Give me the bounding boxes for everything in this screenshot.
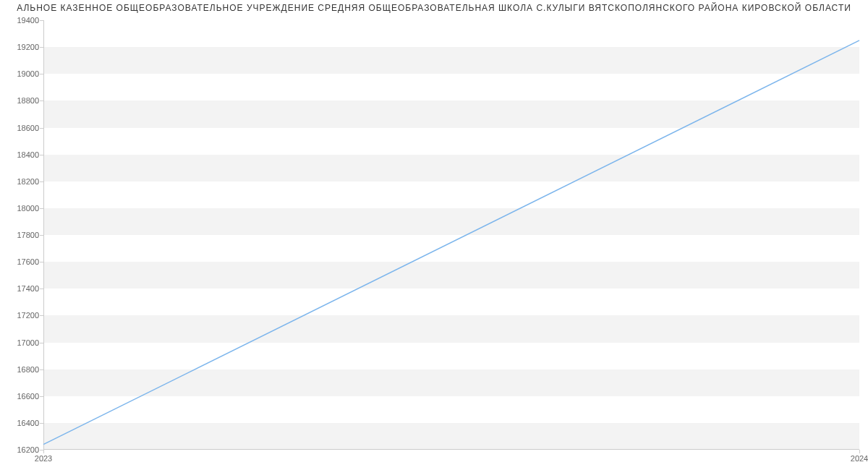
y-tick-label: 18400 — [17, 150, 39, 159]
y-tick-label: 19000 — [17, 69, 39, 78]
y-tick-label: 17200 — [17, 311, 39, 320]
y-tick-mark — [40, 289, 43, 289]
y-tick-mark — [40, 47, 43, 48]
y-tick-mark — [40, 20, 43, 21]
y-tick-label: 18800 — [17, 96, 39, 105]
y-tick-label: 17800 — [17, 231, 39, 239]
y-tick-mark — [40, 128, 43, 129]
y-tick-label: 16200 — [17, 445, 39, 454]
y-tick-mark — [40, 181, 43, 182]
y-tick-mark — [40, 101, 43, 101]
y-tick-mark — [40, 343, 43, 343]
line-layer — [43, 20, 859, 450]
plot-area: 1620016400166001680017000172001740017600… — [43, 20, 859, 450]
chart-container: АЛЬНОЕ КАЗЕННОЕ ОБЩЕОБРАЗОВАТЕЛЬНОЕ УЧРЕ… — [0, 0, 868, 470]
chart-title: АЛЬНОЕ КАЗЕННОЕ ОБЩЕОБРАЗОВАТЕЛЬНОЕ УЧРЕ… — [0, 0, 868, 19]
x-tick-label: 2024 — [851, 454, 868, 463]
y-tick-label: 17400 — [17, 284, 39, 293]
y-tick-label: 19200 — [17, 43, 39, 51]
y-tick-mark — [40, 396, 43, 397]
y-tick-mark — [40, 423, 43, 424]
y-tick-label: 17600 — [17, 257, 39, 266]
y-tick-label: 16600 — [17, 392, 39, 401]
x-tick-mark — [43, 450, 44, 453]
x-tick-label: 2023 — [35, 454, 52, 463]
y-tick-label: 18000 — [17, 204, 39, 213]
x-tick-mark — [859, 450, 860, 453]
y-tick-mark — [40, 262, 43, 262]
y-tick-mark — [40, 155, 43, 155]
data-line — [43, 40, 859, 445]
y-tick-mark — [40, 208, 43, 209]
y-tick-label: 16400 — [17, 419, 39, 427]
y-tick-label: 18600 — [17, 124, 39, 132]
y-tick-label: 17000 — [17, 338, 39, 347]
y-tick-mark — [40, 235, 43, 236]
y-tick-label: 18200 — [17, 177, 39, 186]
y-tick-label: 16800 — [17, 365, 39, 374]
y-tick-mark — [40, 74, 43, 74]
y-tick-mark — [40, 369, 43, 370]
y-tick-mark — [40, 315, 43, 316]
y-tick-label: 19400 — [17, 16, 39, 25]
